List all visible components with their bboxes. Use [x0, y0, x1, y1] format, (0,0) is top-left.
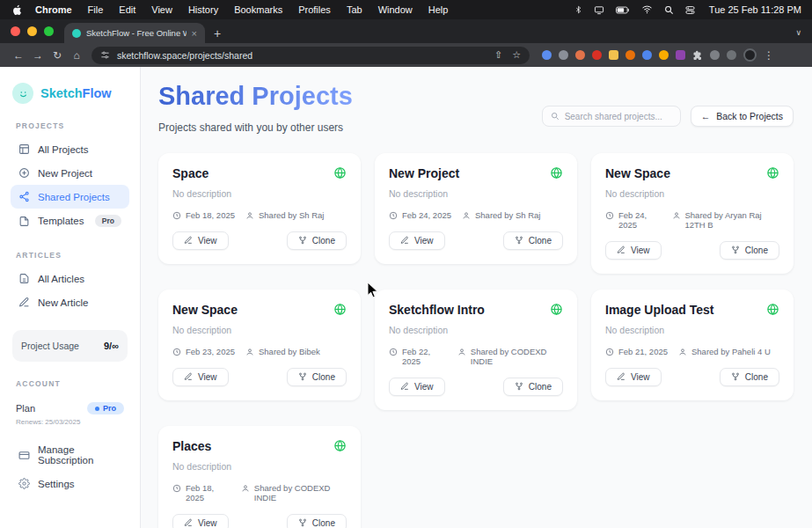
spotlight-search-icon[interactable]: [664, 5, 674, 15]
extension-icon[interactable]: [575, 50, 585, 60]
menu-bookmarks[interactable]: Bookmarks: [226, 4, 290, 15]
clone-button[interactable]: Clone: [720, 368, 779, 386]
app-logo[interactable]: SketchFlow: [11, 83, 129, 104]
usage-value: 9/∞: [104, 341, 119, 351]
apple-menu[interactable]: [11, 4, 27, 16]
person-icon: [241, 484, 250, 493]
window-close-button[interactable]: [11, 26, 20, 36]
extension-icon[interactable]: [676, 50, 685, 60]
extension-icon[interactable]: [609, 50, 618, 60]
sidebar-item-all-projects[interactable]: All Projects: [11, 137, 129, 161]
view-button[interactable]: View: [172, 368, 229, 386]
menu-file[interactable]: File: [80, 4, 112, 15]
view-button[interactable]: View: [605, 241, 662, 260]
browser-menu-icon[interactable]: ⋮: [764, 49, 774, 62]
person-icon: [672, 211, 681, 220]
clone-button[interactable]: Clone: [287, 231, 347, 250]
site-settings-icon[interactable]: [100, 50, 110, 60]
control-center-icon[interactable]: [685, 5, 695, 15]
window-zoom-button[interactable]: [44, 26, 54, 36]
extension-icon[interactable]: [542, 50, 552, 60]
sidebar-item-shared-projects[interactable]: Shared Projects: [11, 185, 129, 209]
wifi-icon[interactable]: [641, 5, 653, 14]
extension-icon[interactable]: [659, 50, 669, 60]
address-bar[interactable]: sketchflow.space/projects/shared ⇧ ☆: [91, 47, 530, 64]
renews-text: Renews: 25/03/2025: [11, 416, 129, 426]
menu-window[interactable]: Window: [370, 4, 421, 15]
project-description: No description: [172, 325, 347, 335]
person-icon: [462, 211, 471, 220]
sidebar-item-settings[interactable]: Settings: [11, 472, 129, 495]
battery-icon[interactable]: [616, 6, 630, 14]
view-button[interactable]: View: [605, 368, 662, 386]
clone-button[interactable]: Clone: [720, 241, 779, 260]
menu-help[interactable]: Help: [421, 4, 457, 15]
clock-icon: [172, 348, 181, 356]
url-text[interactable]: sketchflow.space/projects/shared: [117, 50, 252, 61]
search-input[interactable]: [565, 112, 672, 121]
sidebar-item-manage-subscription[interactable]: Manage Subscription: [11, 438, 129, 472]
clock-icon: [389, 211, 398, 220]
pro-dot-icon: [95, 407, 99, 411]
extension-icon[interactable]: [559, 50, 568, 60]
menu-history[interactable]: History: [180, 4, 226, 15]
menu-chrome[interactable]: Chrome: [27, 4, 80, 15]
menu-profiles[interactable]: Profiles: [290, 4, 339, 15]
left-arrow-icon: ←: [701, 111, 711, 121]
clock-icon: [605, 211, 614, 220]
extensions-puzzle-icon[interactable]: [692, 50, 703, 61]
tab-title: SketchFlow - Free Online Wh...: [86, 28, 187, 38]
tab-close-icon[interactable]: ×: [192, 28, 197, 39]
window-minimize-button[interactable]: [27, 26, 37, 36]
profile-avatar[interactable]: [743, 48, 757, 62]
back-nav-icon[interactable]: ←: [9, 50, 28, 61]
extension-icon[interactable]: [727, 50, 736, 60]
clone-button[interactable]: Clone: [503, 378, 563, 396]
browser-tab[interactable]: SketchFlow - Free Online Wh... ×: [64, 23, 205, 43]
project-title: Places: [172, 439, 211, 453]
fork-icon: [515, 236, 523, 245]
file-icon: [18, 216, 30, 227]
browser-tabstrip: SketchFlow - Free Online Wh... × + ∨: [0, 19, 812, 43]
display-icon[interactable]: [594, 5, 604, 15]
sidebar-item-new-article[interactable]: New Article: [11, 290, 129, 314]
new-tab-button[interactable]: +: [214, 27, 221, 40]
sidebar-item-new-project[interactable]: New Project: [11, 161, 129, 185]
project-usage-box: Project Usage 9/∞: [12, 330, 128, 362]
forward-nav-icon[interactable]: →: [28, 50, 48, 61]
view-button[interactable]: View: [389, 378, 445, 396]
view-button[interactable]: View: [172, 514, 229, 528]
layout-icon: [18, 143, 30, 155]
bookmark-star-icon[interactable]: ☆: [512, 49, 521, 61]
globe-icon: [766, 166, 779, 180]
menu-tab[interactable]: Tab: [339, 4, 370, 15]
articles-section-label: ARTICLES: [16, 251, 124, 260]
bluetooth-icon[interactable]: [574, 4, 582, 15]
project-shared-by: Shared by Bibek: [245, 347, 320, 356]
clone-button[interactable]: Clone: [287, 368, 347, 386]
sidebar-item-all-articles[interactable]: All Articles: [11, 267, 129, 290]
extension-icon[interactable]: [592, 50, 602, 60]
sidebar-item-templates[interactable]: Templates Pro: [11, 209, 129, 233]
clone-button[interactable]: Clone: [287, 514, 347, 528]
project-card: Image Upload Test No description Feb 21,…: [591, 290, 794, 400]
back-to-projects-button[interactable]: ← Back to Projects: [691, 106, 794, 127]
tab-search-chevron-icon[interactable]: ∨: [795, 28, 801, 37]
project-date: Feb 24, 2025: [389, 210, 451, 220]
sidebar: SketchFlow PROJECTS All Projects New Pro…: [0, 67, 141, 528]
view-button[interactable]: View: [389, 231, 445, 250]
fork-icon: [298, 236, 307, 245]
extension-icon[interactable]: [642, 50, 652, 60]
extension-icon[interactable]: [710, 50, 720, 60]
view-button[interactable]: View: [172, 231, 229, 250]
project-date: Feb 18, 2025: [172, 210, 235, 220]
clone-button[interactable]: Clone: [503, 231, 563, 250]
menu-edit[interactable]: Edit: [111, 4, 143, 15]
extension-icon[interactable]: [625, 50, 635, 60]
pencil-icon: [617, 246, 625, 254]
share-icon[interactable]: ⇧: [494, 49, 502, 61]
reload-icon[interactable]: ↻: [48, 50, 67, 61]
menubar-clock[interactable]: Tue 25 Feb 11:28 PM: [709, 4, 801, 15]
home-icon[interactable]: ⌂: [67, 50, 86, 61]
menu-view[interactable]: View: [143, 4, 180, 15]
